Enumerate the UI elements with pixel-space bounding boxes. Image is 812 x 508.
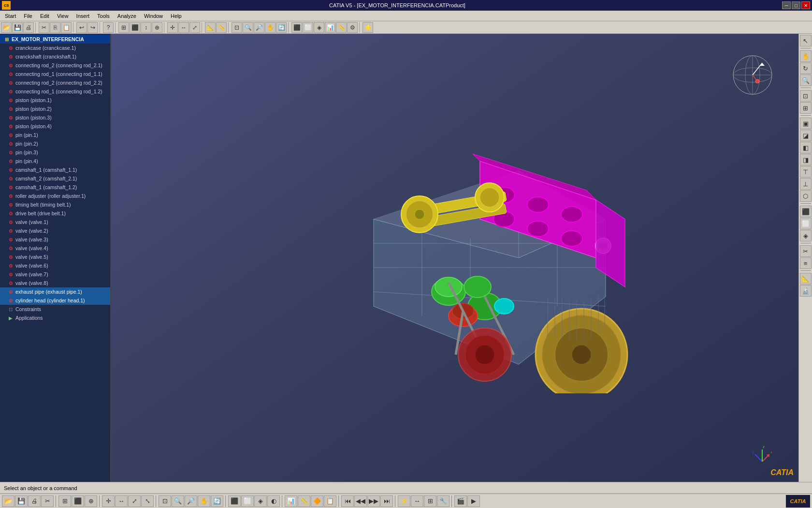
tree-item[interactable]: ⚙ valve (valve.4) [0, 244, 110, 253]
tree-item[interactable]: ⚙ valve (valve.6) [0, 261, 110, 270]
undo-button[interactable]: ↩ [76, 22, 87, 33]
constraint-btn[interactable]: 📐 [205, 22, 216, 33]
tree-item[interactable]: ⚙ drive belt (drive belt.1) [0, 209, 110, 218]
help-button[interactable]: ? [103, 22, 114, 33]
tree-item-applications[interactable]: ▶ Applications [0, 314, 110, 322]
interf-btn[interactable]: 🔶 [311, 495, 323, 507]
measure-btn[interactable]: 📏 [336, 22, 347, 33]
tree-item[interactable]: ⚙ valve (valve.8) [0, 279, 110, 287]
graph-btn[interactable]: ⊕ [152, 22, 162, 33]
catia-start-btn[interactable]: ⭐ [362, 22, 373, 33]
menu-start[interactable]: Start [1, 11, 20, 21]
redo-button[interactable]: ↪ [87, 22, 98, 33]
menu-view[interactable]: View [53, 11, 72, 21]
wireframe2-btn[interactable]: ⬜ [800, 218, 812, 229]
shading-btn[interactable]: ⬛ [291, 22, 302, 33]
hidden-edge-btn[interactable]: ◈ [800, 230, 812, 241]
shading3-btn[interactable]: ⬛ [228, 495, 241, 507]
fit3-btn[interactable]: ⊡ [159, 495, 171, 507]
tree-item[interactable]: ⚙ pin (pin.2) [0, 139, 110, 148]
move2-btn[interactable]: ✛ [102, 495, 115, 507]
tree-item-constraints[interactable]: ⊡ Constraints [0, 305, 110, 314]
menu-insert[interactable]: Insert [72, 11, 94, 21]
paste-button[interactable]: 📋 [61, 22, 72, 33]
tree-item[interactable]: ⚙ piston (piston.4) [0, 122, 110, 131]
rotate-btn[interactable]: ↔ [178, 22, 189, 33]
rotate-view-btn[interactable]: 🔄 [276, 22, 287, 33]
edge3-btn[interactable]: ⬜ [241, 495, 254, 507]
prev-btn[interactable]: ⏮ [341, 495, 354, 507]
snap-btn[interactable]: ↔ [115, 495, 128, 507]
tree-item[interactable]: ⚙ pin (pin.1) [0, 131, 110, 139]
fit-all2-btn[interactable]: ⊡ [800, 90, 812, 102]
tree-item[interactable]: ⚙ valve (valve.5) [0, 253, 110, 261]
nav-fwd-btn[interactable]: ▶▶ [367, 495, 380, 507]
existing-component-btn[interactable]: ⬛ [130, 22, 140, 33]
tree-item[interactable]: ⚙ valve (valve.2) [0, 226, 110, 235]
tree-item[interactable]: ⚙ camshaft_1 (camshaft_1.2) [0, 183, 110, 192]
zoom-view-btn[interactable]: 🔍 [800, 75, 812, 86]
tree-item[interactable]: ⚙ camshaft_1 (camshaft_1.1) [0, 165, 110, 174]
print2-btn[interactable]: 🖨 [28, 495, 41, 507]
prop-btn[interactable]: 🔧 [437, 495, 450, 507]
next-btn[interactable]: ⏭ [380, 495, 393, 507]
minimize-button[interactable]: ─ [782, 1, 791, 9]
tree-item[interactable]: ⚙ pin (pin.4) [0, 157, 110, 165]
menu-tools[interactable]: Tools [93, 11, 114, 21]
tree-item[interactable]: ⚙ camshaft_2 (camshaft_2.1) [0, 174, 110, 183]
tree-item[interactable]: ⚙ connecting rod_2 (connecting rod_2.2) [0, 78, 110, 87]
dist-btn[interactable]: 📏 [298, 495, 310, 507]
section2-btn[interactable]: 📊 [285, 495, 297, 507]
front-view-btn[interactable]: ▣ [800, 118, 812, 129]
open2-btn[interactable]: 📂 [2, 495, 14, 507]
tree-item[interactable]: ⚙ valve (valve.1) [0, 218, 110, 226]
mat3-btn[interactable]: ◈ [254, 495, 267, 507]
material-btn[interactable]: ◈ [314, 22, 324, 33]
shading2-btn[interactable]: ⬛ [800, 206, 812, 217]
replace-btn[interactable]: ↕ [141, 22, 151, 33]
menu-help[interactable]: Help [167, 11, 186, 21]
hide3-btn[interactable]: ◐ [267, 495, 280, 507]
rotate3-btn[interactable]: 🔄 [211, 495, 223, 507]
measure-rt-btn[interactable]: 📐 [800, 273, 812, 284]
copy-button[interactable]: ⎘ [50, 22, 60, 33]
new-product-btn[interactable]: ⊞ [118, 22, 129, 33]
cut-button[interactable]: ✂ [39, 22, 49, 33]
menu-edit[interactable]: Edit [36, 11, 53, 21]
save2-btn[interactable]: 💾 [15, 495, 28, 507]
zoomout3-btn[interactable]: 🔎 [185, 495, 197, 507]
tree-item-cylinder-head[interactable]: ⚙ cylinder head (cylinder head.1) [0, 296, 110, 305]
tree-item[interactable]: ⚙ connecting rod_2 (connecting rod_2.1) [0, 61, 110, 70]
clipping-btn[interactable]: ✂ [800, 245, 812, 257]
exist-comp-btn[interactable]: ⬛ [72, 495, 84, 507]
iso-view-btn[interactable]: ⬡ [800, 190, 812, 202]
analyze2-btn[interactable]: 🔬 [800, 285, 812, 297]
move-btn[interactable]: ✛ [167, 22, 178, 33]
menu-file[interactable]: File [20, 11, 36, 21]
open-button[interactable]: 📂 [1, 22, 12, 33]
cut2-btn[interactable]: ✂ [41, 495, 54, 507]
tree-item[interactable]: ⚙ piston (piston.3) [0, 113, 110, 122]
bottom-view-btn[interactable]: ⊥ [800, 178, 812, 190]
left-view-btn[interactable]: ◧ [800, 142, 812, 153]
section-btn[interactable]: ≡ [800, 257, 812, 269]
top-view-btn[interactable]: ⊤ [800, 166, 812, 178]
tree-item[interactable]: ⚙ piston (piston.1) [0, 96, 110, 105]
zoom3-btn[interactable]: 🔍 [172, 495, 184, 507]
rotate-view2-btn[interactable]: ↻ [800, 62, 812, 74]
maximize-button[interactable]: □ [792, 1, 800, 9]
tree-item[interactable]: ⚙ connecting rod_1 (connecting rod_1.2) [0, 87, 110, 96]
tree-item[interactable]: ⚙ valve (valve.3) [0, 235, 110, 244]
analyze-btn[interactable]: 📊 [325, 22, 335, 33]
tree-item-exhaust[interactable]: ⚙ exhaust pipe (exhaust pipe.1) [0, 287, 110, 296]
bom-btn[interactable]: 📋 [324, 495, 336, 507]
change-constraint-btn[interactable]: 📏 [216, 22, 227, 33]
wireframe-btn[interactable]: ⬜ [303, 22, 313, 33]
save-button[interactable]: 💾 [12, 22, 23, 33]
tree-item[interactable]: ⚙ timing belt (timing belt.1) [0, 200, 110, 209]
nav-back-btn[interactable]: ◀◀ [354, 495, 367, 507]
scan-btn[interactable]: ⊕ [85, 495, 97, 507]
tree-root[interactable]: ⊞ EX_MOTOR_INTERFERENCIA [0, 35, 110, 44]
tree-item[interactable]: ⚙ cranckshaft (cranckshaft.1) [0, 52, 110, 61]
right-view-btn[interactable]: ◨ [800, 154, 812, 165]
